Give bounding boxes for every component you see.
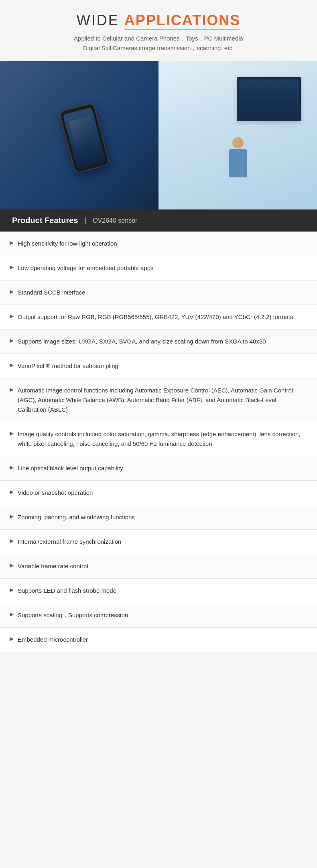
feature-item-5: ▶Supports image sizes: UXGA, SXGA, SVGA,… [0,329,317,354]
feature-text-9: Line optical black level output capabili… [18,463,123,473]
feature-text-12: Internal/external frame synchronization [18,537,121,547]
feature-text-4: Output support for Raw RGB, RGB (RGB565/… [18,312,293,322]
feature-item-4: ▶Output support for Raw RGB, RGB (RGB565… [0,305,317,329]
feature-arrow-icon: ▶ [10,489,14,495]
features-subtitle: OV2640 sensor [93,217,137,224]
feature-text-3: Standard SCCB interface [18,288,85,297]
feature-arrow-icon: ▶ [10,587,14,593]
feature-text-13: Variable frame rate control [18,561,88,571]
feature-text-11: Zooming, panning, and windowing function… [18,512,135,522]
feature-item-12: ▶Internal/external frame synchronization [0,530,317,554]
feature-item-9: ▶Line optical black level output capabil… [0,456,317,481]
feature-text-2: Low operating voltage for embedded porta… [18,263,154,273]
title-prefix: WIDE [77,12,124,28]
feature-arrow-icon: ▶ [10,264,14,270]
feature-item-6: ▶VarioPixel ® method for sub-sampling [0,354,317,378]
phone-screen [63,107,106,169]
feature-arrow-icon: ▶ [10,513,14,519]
subtitle-line1: Applied to Cellular and Camera Phones，To… [8,34,309,43]
title-bold: APPLICATIONS [124,12,240,29]
phone-mockup [59,102,110,174]
feature-arrow-icon: ▶ [10,386,14,392]
feature-item-7: ▶Automatic image control functions inclu… [0,378,317,422]
features-list: ▶High sensitivity for low-light operatio… [0,232,317,652]
feature-item-11: ▶Zooming, panning, and windowing functio… [0,505,317,530]
feature-item-13: ▶Variable frame rate control [0,554,317,579]
feature-arrow-icon: ▶ [10,240,14,246]
feature-arrow-icon: ▶ [10,538,14,544]
features-section: Product Features | OV2640 sensor ▶High s… [0,209,317,652]
subtitle-line2: Digital Still Cameras,image transmission… [8,43,309,53]
presentation-scene [158,61,317,209]
feature-item-1: ▶High sensitivity for low-light operatio… [0,232,317,256]
person-silhouette [226,137,250,185]
feature-text-10: Video or snapshot operation [18,488,93,498]
features-title: Product Features [12,216,78,225]
header-section: WIDE APPLICATIONS Applied to Cellular an… [0,0,317,61]
feature-text-1: High sensitivity for low-light operation [18,239,117,248]
feature-arrow-icon: ▶ [10,562,14,568]
feature-text-14: Supports LED and flash strobe mode [18,586,116,596]
feature-arrow-icon: ▶ [10,430,14,436]
feature-arrow-icon: ▶ [10,464,14,470]
feature-arrow-icon: ▶ [10,611,14,617]
feature-arrow-icon: ▶ [10,362,14,368]
feature-item-15: ▶Supports scaling，Supports compression [0,603,317,628]
feature-arrow-icon: ▶ [10,337,14,344]
feature-item-8: ▶Image quality controls including color … [0,422,317,456]
feature-arrow-icon: ▶ [10,313,14,319]
feature-text-6: VarioPixel ® method for sub-sampling [18,361,118,371]
feature-text-5: Supports image sizes: UXGA, SXGA, SVGA, … [18,337,266,346]
person-head [232,137,244,148]
feature-text-8: Image quality controls including color s… [18,429,305,449]
feature-item-2: ▶Low operating voltage for embedded port… [0,256,317,281]
feature-item-16: ▶Embedded microcontroller [0,628,317,652]
right-image [158,61,317,209]
person-body [229,149,247,177]
images-section [0,61,317,209]
feature-item-14: ▶Supports LED and flash strobe mode [0,579,317,603]
phone-scene [0,61,158,209]
feature-text-7: Automatic image control functions includ… [18,386,305,415]
feature-arrow-icon: ▶ [10,636,14,642]
screen-board [237,77,301,121]
page-title: WIDE APPLICATIONS [8,12,309,29]
feature-item-3: ▶Standard SCCB interface [0,281,317,305]
feature-text-15: Supports scaling，Supports compression [18,610,128,620]
feature-item-10: ▶Video or snapshot operation [0,481,317,505]
feature-arrow-icon: ▶ [10,289,14,295]
features-header: Product Features | OV2640 sensor [0,209,317,232]
feature-text-16: Embedded microcontroller [18,635,88,644]
left-image [0,61,158,209]
features-separator: | [84,216,86,225]
